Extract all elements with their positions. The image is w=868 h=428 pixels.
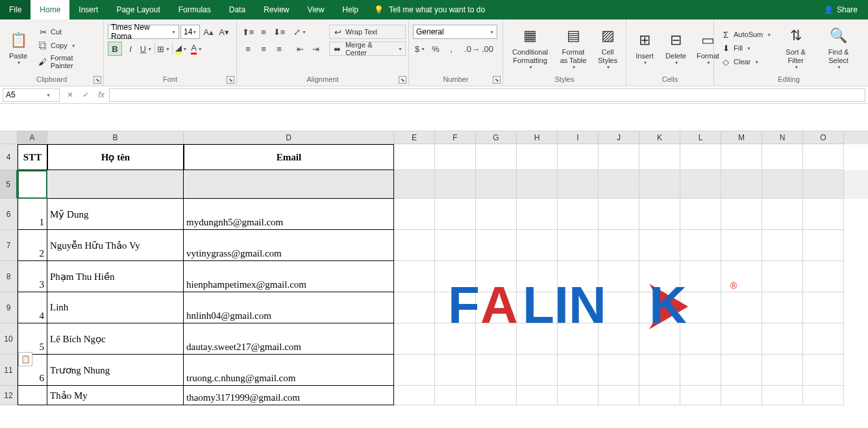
increase-decimal-button[interactable]: .0→ xyxy=(465,42,479,56)
cell[interactable] xyxy=(680,386,721,405)
row-header-10[interactable]: 10 xyxy=(0,323,18,355)
percent-button[interactable]: % xyxy=(428,42,443,56)
cell[interactable] xyxy=(517,199,558,230)
cell[interactable] xyxy=(639,355,680,386)
cell[interactable] xyxy=(803,323,844,355)
cell[interactable] xyxy=(721,355,762,386)
cell[interactable]: Trương Nhung xyxy=(47,355,184,386)
cell[interactable]: 1 xyxy=(18,199,47,230)
align-top-button[interactable]: ⬆≡ xyxy=(241,25,255,39)
cell[interactable] xyxy=(680,199,721,230)
cell[interactable] xyxy=(435,386,476,405)
cell[interactable] xyxy=(680,323,721,355)
cell[interactable] xyxy=(762,355,803,386)
cell[interactable] xyxy=(721,261,762,292)
cell[interactable] xyxy=(476,355,517,386)
cell[interactable] xyxy=(435,323,476,355)
cell[interactable] xyxy=(394,355,435,386)
cell[interactable] xyxy=(599,199,639,230)
cell[interactable] xyxy=(435,292,476,323)
cell[interactable] xyxy=(721,199,762,230)
chevron-down-icon[interactable]: ▼ xyxy=(46,93,51,97)
autosum-button[interactable]: ΣAutoSum▼ xyxy=(718,28,774,41)
cell[interactable] xyxy=(599,323,639,355)
cell[interactable] xyxy=(435,230,476,261)
tab-view[interactable]: View xyxy=(299,0,334,19)
cell[interactable] xyxy=(476,386,517,405)
number-format-combo[interactable]: General▼ xyxy=(413,25,497,39)
cell[interactable] xyxy=(558,144,599,170)
cell[interactable]: hnlinh04@gmail.com xyxy=(184,292,394,323)
fill-color-button[interactable]: ◢▼ xyxy=(174,42,188,56)
cell[interactable] xyxy=(599,230,639,261)
cell[interactable]: 2 xyxy=(18,230,47,261)
cell[interactable] xyxy=(721,323,762,355)
cell[interactable]: Phạm Thu Hiền xyxy=(47,261,184,292)
cell[interactable] xyxy=(639,292,680,323)
cell[interactable]: hienphampetimex@gmail.com xyxy=(184,261,394,292)
cell[interactable] xyxy=(639,261,680,292)
cell[interactable] xyxy=(639,199,680,230)
cell[interactable]: 5 xyxy=(18,323,47,355)
tab-file[interactable]: File xyxy=(0,0,31,19)
row-header-5[interactable]: 5 xyxy=(0,170,18,199)
col-header-F[interactable]: F xyxy=(435,131,476,144)
cell[interactable] xyxy=(639,230,680,261)
cell[interactable] xyxy=(476,323,517,355)
cell[interactable] xyxy=(558,199,599,230)
cell[interactable] xyxy=(721,170,762,199)
cell[interactable] xyxy=(762,230,803,261)
row-header-12[interactable]: 12 xyxy=(0,386,18,405)
increase-font-button[interactable]: A▴ xyxy=(201,25,216,39)
cell[interactable] xyxy=(762,170,803,199)
align-right-button[interactable]: ≡ xyxy=(272,42,286,56)
cell[interactable] xyxy=(803,170,844,199)
paste-options-button[interactable]: 📋 xyxy=(18,352,32,366)
col-header-B[interactable]: B xyxy=(47,131,184,144)
cell[interactable]: thaomy3171999@gmail.com xyxy=(184,386,394,405)
cell[interactable]: Nguyễn Hữu Thảo Vy xyxy=(47,230,184,261)
decrease-indent-button[interactable]: ⇤ xyxy=(293,42,307,56)
copy-button[interactable]: ⿻Copy▼ xyxy=(35,39,99,52)
col-header-E[interactable]: E xyxy=(394,131,435,144)
cell[interactable]: Lê Bích Ngọc xyxy=(47,323,184,355)
currency-button[interactable]: $▼ xyxy=(413,42,427,56)
tab-insert[interactable]: Insert xyxy=(69,0,107,19)
cell[interactable] xyxy=(803,386,844,405)
cell[interactable] xyxy=(762,386,803,405)
row-header-4[interactable]: 4 xyxy=(0,144,18,170)
decrease-font-button[interactable]: A▾ xyxy=(217,25,231,39)
cell[interactable] xyxy=(599,261,639,292)
cell[interactable] xyxy=(803,199,844,230)
cell[interactable] xyxy=(599,386,639,405)
number-dialog-launcher[interactable]: ⬊ xyxy=(493,76,501,84)
format-painter-button[interactable]: 🖌Format Painter xyxy=(35,53,99,71)
wrap-text-button[interactable]: ↩Wrap Text xyxy=(329,25,406,39)
cell[interactable]: truong.c.nhung@gmail.com xyxy=(184,355,394,386)
enter-formula-button[interactable]: ✓ xyxy=(78,88,93,102)
cell[interactable]: Linh xyxy=(47,292,184,323)
sort-filter-button[interactable]: ⇅Sort & Filter▼ xyxy=(776,22,815,74)
cell[interactable] xyxy=(599,292,639,323)
cell[interactable]: mydungnh5@gmail.com xyxy=(184,199,394,230)
cell[interactable] xyxy=(558,323,599,355)
font-dialog-launcher[interactable]: ⬊ xyxy=(227,76,234,84)
cell[interactable]: Mỹ Dung xyxy=(47,199,184,230)
tab-formulas[interactable]: Formulas xyxy=(169,0,220,19)
cell[interactable] xyxy=(599,355,639,386)
cell[interactable] xyxy=(558,261,599,292)
cell[interactable] xyxy=(803,230,844,261)
tell-me-search[interactable]: 💡 Tell me what you want to do xyxy=(367,0,813,19)
tab-review[interactable]: Review xyxy=(254,0,298,19)
cell[interactable] xyxy=(394,323,435,355)
cell[interactable] xyxy=(394,144,435,170)
cell[interactable] xyxy=(721,230,762,261)
borders-button[interactable]: ⊞▼ xyxy=(156,42,171,56)
paste-button[interactable]: 📋 Paste ▼ xyxy=(4,22,32,74)
share-button[interactable]: 👤 Share xyxy=(813,0,868,19)
cell[interactable]: Họ tên xyxy=(47,144,184,170)
align-middle-button[interactable]: ≡ xyxy=(256,25,271,39)
cell[interactable] xyxy=(435,355,476,386)
cell[interactable] xyxy=(476,170,517,199)
cell[interactable] xyxy=(435,261,476,292)
